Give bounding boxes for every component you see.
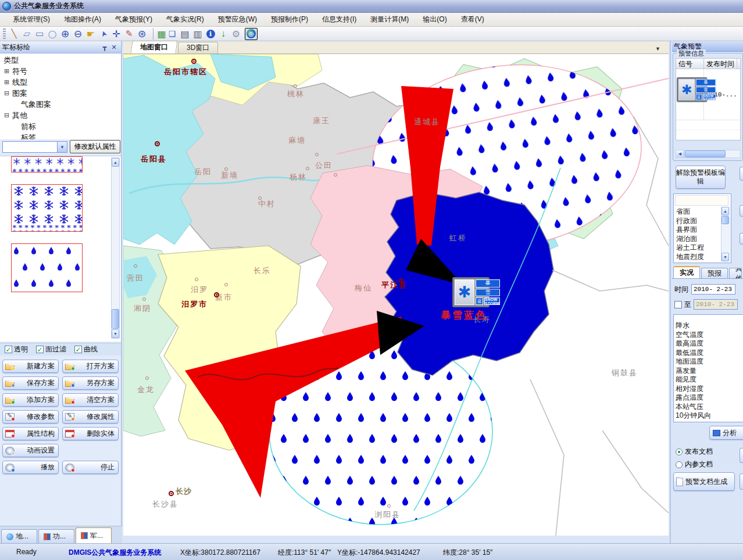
scheme-button[interactable]: 修改属性 — [62, 410, 119, 423]
swatch-rain-pattern[interactable] — [11, 243, 83, 292]
table-h-scrollbar[interactable]: ◀ — [676, 150, 741, 158]
move-icon[interactable] — [110, 28, 123, 40]
observation-item[interactable]: 降水 — [674, 321, 743, 330]
draw-ellipse-icon[interactable] — [46, 28, 59, 40]
style-brush-icon[interactable] — [123, 28, 135, 40]
clipped-button[interactable] — [740, 473, 743, 490]
zoom-area-icon[interactable] — [135, 28, 148, 40]
layer-scrollbar[interactable]: ▲ ▼ — [721, 207, 730, 261]
settings-icon[interactable] — [230, 28, 242, 40]
tree-node-other[interactable]: ⊟ 其他 — [3, 110, 121, 121]
zoom-in-icon[interactable] — [59, 28, 72, 40]
scheme-button[interactable]: 删除实体 — [62, 427, 119, 440]
generate-warning-doc-button[interactable]: 预警文档生成 — [673, 472, 735, 491]
map-image-icon[interactable] — [153, 28, 166, 40]
observation-item[interactable]: 能见度 — [674, 375, 743, 384]
analyze-button[interactable]: 分析 — [709, 426, 743, 440]
scroll-thumb[interactable] — [721, 216, 729, 224]
close-icon[interactable]: ✕ — [109, 44, 119, 51]
map-tab[interactable]: 3D窗口 — [178, 42, 218, 53]
observation-item[interactable]: 相对湿度 — [674, 384, 743, 393]
doc-radio[interactable]: 发布文档 — [676, 447, 713, 457]
time-field[interactable]: 2010- 2-23 — [691, 284, 735, 295]
pan-icon[interactable] — [84, 28, 97, 40]
collapse-icon[interactable]: ⊟ — [3, 90, 10, 96]
dock-tab[interactable]: 地... — [1, 529, 37, 543]
swatch-snow-partial[interactable] — [11, 156, 83, 173]
option-checkbox[interactable]: 曲线 — [74, 344, 98, 354]
globe-3d-icon[interactable] — [245, 28, 258, 40]
collapse-icon[interactable]: ⊟ — [3, 112, 10, 119]
scroll-down-icon[interactable]: ▼ — [112, 329, 119, 338]
menu-item[interactable]: 测量计算(M) — [363, 13, 416, 26]
option-checkbox[interactable]: 透明 — [5, 344, 28, 354]
dock-tab[interactable]: 军... — [76, 527, 112, 543]
zoom-out-icon[interactable] — [72, 28, 84, 40]
expand-icon[interactable]: ⊞ — [3, 68, 10, 74]
menu-item[interactable]: 系统管理(S) — [6, 13, 57, 26]
scheme-button[interactable]: 修改参数 — [2, 410, 59, 423]
scheme-button[interactable]: 打开方案 — [62, 360, 119, 373]
doc-radio[interactable]: 内参文档 — [676, 460, 713, 469]
menu-item[interactable]: 预警应急(W) — [211, 13, 264, 26]
select-icon[interactable] — [97, 28, 110, 40]
scroll-up-icon[interactable]: ▲ — [112, 158, 119, 167]
observation-item[interactable]: 10分钟风向 — [674, 411, 743, 420]
observation-item[interactable]: 最低温度 — [674, 348, 743, 357]
to-checkbox[interactable] — [674, 301, 682, 308]
scheme-button[interactable]: 保存方案 — [2, 376, 59, 390]
observation-item[interactable]: 最高温度 — [674, 339, 743, 348]
swatch-scrollbar[interactable]: ▲ ▼ — [111, 157, 120, 339]
menu-item[interactable]: 预报制作(P) — [264, 13, 315, 26]
scroll-thumb[interactable] — [685, 150, 726, 157]
tree-node-tags[interactable]: 标签 — [3, 132, 121, 139]
draw-rectangle-icon[interactable] — [33, 28, 46, 40]
tree-node-patterns[interactable]: ⊟ 图案 — [3, 88, 121, 99]
cancel-warning-template-button[interactable]: 解除预警模板编辑 — [676, 166, 726, 189]
signal-table[interactable]: 信号 发布时间 ✱ 暴 雪 蓝 SNOW STORM — [676, 58, 741, 141]
scheme-button[interactable]: 添加方案 — [2, 393, 59, 407]
pin-icon[interactable]: ┳ — [100, 44, 109, 51]
option-checkbox[interactable]: 面过滤 — [36, 344, 66, 354]
scheme-button[interactable]: 动画设置 — [2, 444, 59, 457]
tree-node-symbols[interactable]: ⊞ 符号 — [3, 66, 121, 77]
swatch-snow-pattern[interactable] — [11, 184, 83, 232]
clipped-button[interactable] — [740, 233, 743, 245]
data-tab[interactable]: 实况 — [673, 266, 700, 278]
print-preview-icon[interactable] — [191, 28, 204, 40]
clipped-button[interactable] — [740, 448, 743, 463]
clipped-button[interactable] — [740, 167, 743, 181]
observation-item[interactable]: 本站气压 — [674, 402, 743, 411]
dock-tab[interactable]: 功... — [38, 529, 74, 543]
info-icon[interactable] — [204, 28, 217, 40]
scroll-up-icon[interactable]: ▲ — [721, 207, 729, 216]
menu-item[interactable]: 输出(O) — [416, 13, 453, 26]
toolbar-grip[interactable] — [3, 28, 6, 39]
clipped-button[interactable] — [740, 205, 743, 217]
data-tab[interactable]: 预报 — [701, 268, 728, 278]
scroll-left-icon[interactable]: ◀ — [676, 150, 684, 157]
tree-node-arrow-marks[interactable]: 箭标 — [3, 121, 121, 132]
observation-item[interactable]: 露点温度 — [674, 393, 743, 402]
map-tab[interactable]: 地图窗口 — [130, 41, 177, 53]
scheme-button[interactable]: 停止 — [62, 461, 119, 474]
modify-default-button[interactable]: 修改默认属性 — [70, 140, 120, 153]
observation-item[interactable]: 地面温度 — [674, 357, 743, 366]
window-view-icon[interactable] — [166, 28, 178, 40]
chevron-down-icon[interactable]: ▼ — [57, 142, 67, 152]
scheme-button[interactable]: 另存方案 — [62, 376, 119, 390]
menu-item[interactable]: 气象实况(R) — [159, 13, 211, 26]
menu-item[interactable]: 查看(V) — [454, 13, 491, 26]
tree-root[interactable]: 类型 — [3, 55, 121, 66]
snowstorm-sign[interactable]: ✱ 暴 雪 蓝 SNOW STORM — [452, 277, 490, 307]
expand-icon[interactable]: ⊞ — [3, 79, 10, 85]
tab-dropdown-icon[interactable]: ▼ — [655, 46, 660, 52]
scroll-down-icon[interactable]: ▼ — [721, 253, 729, 261]
scheme-button[interactable]: 播放 — [2, 461, 59, 474]
print-icon[interactable] — [178, 28, 191, 40]
menu-item[interactable]: 信息支持(I) — [315, 13, 363, 26]
tree-node-lines[interactable]: ⊞ 线型 — [3, 77, 121, 88]
tree-node-weather-patterns[interactable]: 气象图案 — [3, 99, 121, 110]
signal-row[interactable]: ✱ 暴 雪 蓝 SNOW STORM 2010-... — [676, 69, 740, 120]
observation-item[interactable]: 空气温度 — [674, 330, 743, 339]
